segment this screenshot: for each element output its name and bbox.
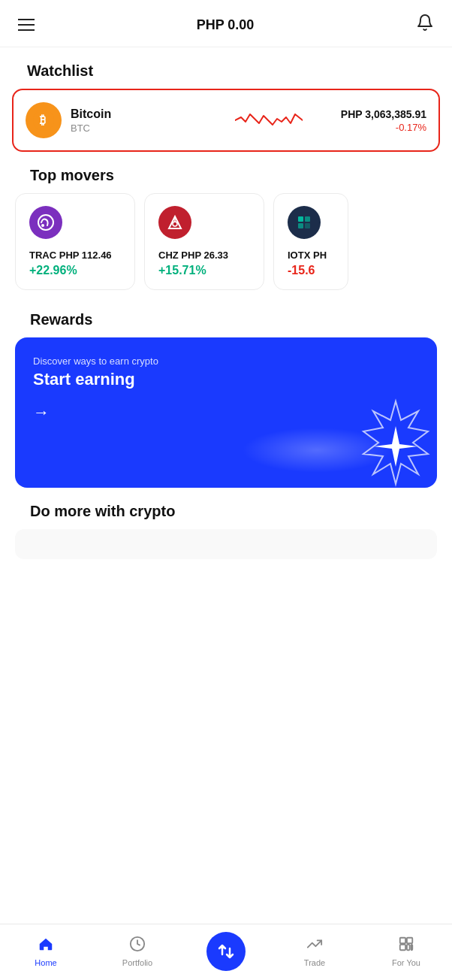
chz-price: PHP 26.33 — [181, 250, 228, 261]
rewards-cta: Start earning — [33, 370, 419, 389]
bell-icon[interactable] — [416, 14, 434, 36]
watchlist-bitcoin-card[interactable]: ₿ Bitcoin BTC PHP 3,063,385.91 -0.17% — [12, 89, 440, 152]
svg-point-3 — [41, 224, 44, 227]
svg-rect-15 — [400, 945, 405, 950]
bitcoin-price-info: PHP 3,063,385.91 -0.17% — [341, 108, 426, 133]
top-movers-section: Top movers TRAC PHP 112.46 +22.96% — [0, 152, 452, 293]
svg-rect-14 — [407, 938, 412, 943]
svg-rect-10 — [305, 223, 310, 228]
domore-title: Do more with crypto — [15, 488, 437, 529]
svg-rect-7 — [298, 216, 303, 222]
svg-point-5 — [173, 222, 177, 226]
iotx-ticker-price: IOTX PH — [288, 250, 334, 261]
mover-card-trac[interactable]: TRAC PHP 112.46 +22.96% — [15, 193, 135, 290]
header-balance: PHP 0.00 — [197, 17, 255, 33]
rewards-card[interactable]: Discover ways to earn crypto Start earni… — [15, 337, 437, 488]
nav-portfolio[interactable]: Portfolio — [115, 936, 160, 967]
svg-rect-9 — [298, 223, 303, 228]
trac-icon — [29, 206, 62, 239]
bitcoin-name: Bitcoin — [71, 107, 197, 121]
iotx-icon — [288, 206, 321, 239]
rewards-title: Rewards — [15, 296, 437, 337]
rewards-badge-icon — [347, 398, 437, 488]
rewards-subtitle: Discover ways to earn crypto — [33, 355, 419, 367]
chz-ticker: CHZ — [158, 250, 179, 261]
nav-home-label: Home — [35, 958, 56, 967]
nav-portfolio-label: Portfolio — [122, 958, 152, 967]
bitcoin-ticker: BTC — [71, 122, 197, 134]
main-content: Watchlist ₿ Bitcoin BTC PHP 3,063,38 — [0, 47, 452, 627]
iotx-price: PH — [313, 250, 327, 261]
top-movers-title: Top movers — [15, 152, 437, 193]
chz-change: +15.71% — [158, 264, 250, 277]
trac-price: PHP 112.46 — [59, 250, 112, 261]
trac-ticker: TRAC — [29, 250, 56, 261]
movers-scroll: TRAC PHP 112.46 +22.96% CHZ PHP — [15, 193, 437, 293]
svg-text:₿: ₿ — [40, 113, 46, 126]
nav-trade[interactable]: Trade — [292, 936, 337, 967]
domore-section: Do more with crypto — [0, 488, 452, 559]
bitcoin-sparkline — [206, 107, 332, 134]
menu-icon[interactable] — [18, 19, 35, 31]
nav-trade-label: Trade — [304, 958, 325, 967]
portfolio-icon — [129, 936, 146, 956]
trac-ticker-price: TRAC PHP 112.46 — [29, 250, 121, 261]
watchlist-title: Watchlist — [12, 47, 440, 89]
chz-icon — [158, 206, 191, 239]
trac-change: +22.96% — [29, 264, 121, 277]
bitcoin-info: Bitcoin BTC — [71, 107, 197, 134]
app-header: PHP 0.00 — [0, 0, 452, 47]
nav-home[interactable]: Home — [23, 936, 68, 967]
svg-rect-16 — [407, 945, 410, 950]
svg-rect-17 — [411, 945, 412, 950]
watchlist-section: Watchlist ₿ Bitcoin BTC PHP 3,063,38 — [0, 47, 452, 152]
svg-rect-8 — [305, 216, 310, 222]
svg-rect-13 — [400, 938, 405, 943]
trade-icon — [306, 936, 323, 956]
bitcoin-change: -0.17% — [341, 122, 426, 133]
iotx-change: -15.6 — [288, 264, 334, 277]
bottom-nav: Home Portfolio Trade — [0, 924, 452, 980]
home-icon — [38, 936, 54, 956]
bitcoin-price: PHP 3,063,385.91 — [341, 108, 426, 120]
nav-for-you[interactable]: For You — [384, 936, 429, 967]
mover-card-iotx[interactable]: IOTX PH -15.6 — [273, 193, 348, 290]
mover-card-chz[interactable]: CHZ PHP 26.33 +15.71% — [144, 193, 264, 290]
chz-ticker-price: CHZ PHP 26.33 — [158, 250, 250, 261]
iotx-ticker: IOTX — [288, 250, 310, 261]
bitcoin-icon: ₿ — [26, 102, 62, 138]
nav-trade-button[interactable] — [206, 932, 246, 971]
rewards-section: Rewards Discover ways to earn crypto Sta… — [0, 296, 452, 488]
nav-for-you-label: For You — [392, 958, 420, 967]
for-you-icon — [398, 936, 414, 956]
